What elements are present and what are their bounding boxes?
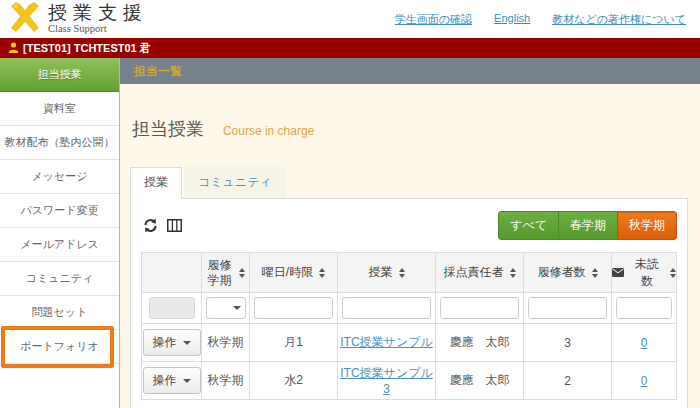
- filter-grader-input[interactable]: [440, 297, 519, 319]
- courses-table: 履修学期 曜日/時限 授業 採点責任者: [141, 252, 677, 400]
- filter-spring-button[interactable]: 春学期: [558, 211, 618, 240]
- main-area: 担当一覧 担当授業 Course in charge 授業 コミュニティ: [120, 58, 700, 408]
- sidebar-item-materials[interactable]: 教材配布（塾内公開）: [0, 126, 119, 160]
- courses-panel: すべて 春学期 秋学期 履修学期: [130, 198, 688, 408]
- table-header-row: 履修学期 曜日/時限 授業 採点責任者: [142, 253, 677, 293]
- person-icon: [8, 42, 19, 55]
- filter-actions-input: [149, 297, 195, 319]
- sort-icon[interactable]: [319, 268, 325, 278]
- cell-day: 水2: [250, 362, 338, 400]
- course-link[interactable]: ITC授業サンプル3: [340, 366, 432, 396]
- filter-course-input[interactable]: [342, 297, 431, 319]
- col-unread[interactable]: 未読数: [612, 253, 677, 293]
- columns-icon[interactable]: [167, 219, 182, 232]
- app-logo[interactable]: 授業支援 Class Support: [8, 1, 148, 37]
- col-students[interactable]: 履修者数: [524, 253, 612, 293]
- col-grader[interactable]: 採点責任者: [436, 253, 524, 293]
- app-title: 授業支援: [48, 3, 148, 22]
- tab-courses[interactable]: 授業: [130, 167, 182, 199]
- page-title-ja: 担当授業: [132, 119, 204, 139]
- sidebar-item-email[interactable]: メールアドレス: [0, 228, 119, 262]
- page-title-en: Course in charge: [223, 124, 314, 138]
- sort-icon[interactable]: [239, 268, 245, 278]
- sidebar-item-courses[interactable]: 担当授業: [0, 58, 119, 92]
- page-title: 担当授業 Course in charge: [132, 106, 688, 143]
- sidebar-item-messages[interactable]: メッセージ: [0, 160, 119, 194]
- sidebar-item-portfolio[interactable]: ポートフォリオ: [0, 330, 119, 364]
- sidebar-item-question-set[interactable]: 問題セット: [0, 296, 119, 330]
- row-actions-button[interactable]: 操作: [143, 329, 201, 356]
- cell-grader: 慶應 太郎: [436, 362, 524, 400]
- sort-icon[interactable]: [592, 268, 598, 278]
- cell-students: 2: [524, 362, 612, 400]
- envelope-icon: [612, 266, 624, 280]
- breadcrumb: 担当一覧: [120, 58, 700, 84]
- tab-community[interactable]: コミュニティ: [184, 167, 286, 198]
- cell-term: 秋学期: [202, 362, 250, 400]
- top-links: 学生画面の確認 English 教材などの著作権について: [395, 12, 690, 27]
- sidebar-item-password[interactable]: パスワード変更: [0, 194, 119, 228]
- filter-fall-button[interactable]: 秋学期: [617, 211, 677, 240]
- col-day-period[interactable]: 曜日/時限: [250, 253, 338, 293]
- app-subtitle: Class Support: [48, 24, 148, 35]
- sort-icon[interactable]: [399, 268, 405, 278]
- unread-link[interactable]: 0: [641, 336, 648, 350]
- col-course[interactable]: 授業: [338, 253, 436, 293]
- cell-day: 月1: [250, 324, 338, 362]
- table-filter-row: [142, 293, 677, 324]
- link-english[interactable]: English: [494, 12, 530, 27]
- term-filter-group: すべて 春学期 秋学期: [498, 211, 677, 240]
- table-row: 操作 秋学期 水2 ITC授業サンプル3 慶應 太郎 2 0: [142, 362, 677, 400]
- user-name: [TEST01] TCHTEST01 君: [23, 41, 151, 56]
- sidebar-item-community[interactable]: コミュニティ: [0, 262, 119, 296]
- row-actions-button[interactable]: 操作: [143, 367, 201, 394]
- refresh-icon[interactable]: [143, 218, 158, 233]
- sort-icon[interactable]: [670, 268, 676, 278]
- link-student-view[interactable]: 学生画面の確認: [395, 12, 472, 27]
- user-bar: [TEST01] TCHTEST01 君: [0, 38, 700, 58]
- link-copyright[interactable]: 教材などの著作権について: [552, 12, 686, 27]
- tab-bar: 授業 コミュニティ: [130, 167, 688, 198]
- cell-students: 3: [524, 324, 612, 362]
- col-actions: [142, 253, 202, 293]
- cell-term: 秋学期: [202, 324, 250, 362]
- app-header: 授業支援 Class Support 学生画面の確認 English 教材などの…: [0, 0, 700, 38]
- course-link[interactable]: ITC授業サンプル: [340, 335, 432, 349]
- cell-grader: 慶應 太郎: [436, 324, 524, 362]
- crossed-pens-logo-icon: [8, 1, 42, 37]
- filter-unread-input[interactable]: [616, 297, 672, 319]
- table-row: 操作 秋学期 月1 ITC授業サンプル 慶應 太郎 3 0: [142, 324, 677, 362]
- filter-day-input[interactable]: [254, 297, 333, 319]
- filter-students-input[interactable]: [528, 297, 607, 319]
- filter-all-button[interactable]: すべて: [498, 211, 559, 240]
- filter-term-select[interactable]: [206, 297, 246, 319]
- col-term[interactable]: 履修学期: [202, 253, 250, 293]
- sidebar: 担当授業 資料室 教材配布（塾内公開） メッセージ パスワード変更 メールアドレ…: [0, 58, 120, 408]
- sidebar-item-library[interactable]: 資料室: [0, 92, 119, 126]
- unread-link[interactable]: 0: [641, 374, 648, 388]
- sort-icon[interactable]: [510, 268, 516, 278]
